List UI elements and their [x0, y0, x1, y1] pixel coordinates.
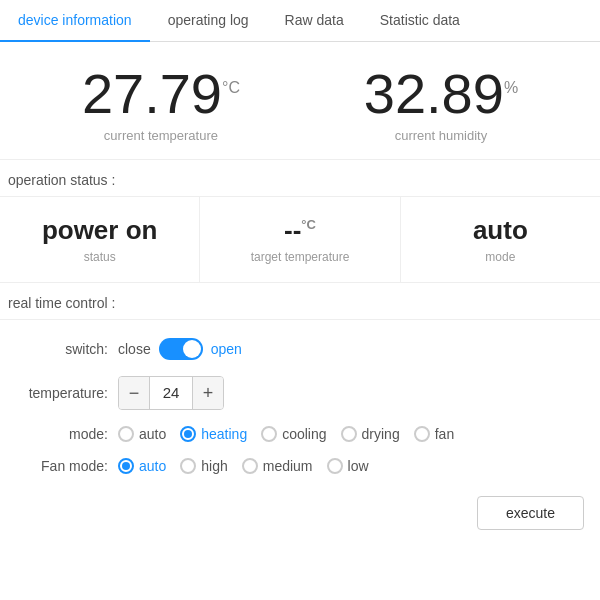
fan-option-high[interactable]: high [180, 458, 227, 474]
humidity-label: current humidity [364, 128, 518, 143]
mode-radio-cooling [261, 426, 277, 442]
toggle-knob [183, 340, 201, 358]
switch-toggle[interactable] [159, 338, 203, 360]
temperature-unit: °C [222, 79, 240, 96]
tab-raw-data[interactable]: Raw data [267, 0, 362, 42]
mode-value: auto [411, 215, 590, 246]
mode-label-cooling: cooling [282, 426, 326, 442]
fan-radio-low [327, 458, 343, 474]
increment-button[interactable]: + [193, 377, 223, 409]
status-cell: power on status [0, 197, 200, 282]
mode-radio-drying [341, 426, 357, 442]
temperature-label: current temperature [82, 128, 240, 143]
fan-label-auto: auto [139, 458, 166, 474]
close-text: close [118, 341, 151, 357]
mode-row-label: mode: [8, 426, 118, 442]
fan-mode-label: Fan mode: [8, 458, 118, 474]
fan-option-auto[interactable]: auto [118, 458, 166, 474]
mode-radio-group: auto heating cooling drying fan [118, 426, 454, 442]
status-label: status [10, 250, 189, 264]
temperature-stepper-value: 24 [149, 377, 193, 409]
status-value: power on [10, 215, 189, 246]
mode-label-auto: auto [139, 426, 166, 442]
target-temp-cell: --°C target temperature [200, 197, 400, 282]
mode-option-cooling[interactable]: cooling [261, 426, 326, 442]
fan-radio-medium [242, 458, 258, 474]
temperature-metric: 27.79°C current temperature [82, 66, 240, 143]
fan-radio-auto [118, 458, 134, 474]
real-time-control-panel: switch: close open temperature: − 24 + m… [0, 320, 600, 482]
mode-option-heating[interactable]: heating [180, 426, 247, 442]
humidity-unit: % [504, 79, 518, 96]
mode-row: mode: auto heating cooling drying fan [8, 418, 592, 450]
operation-status-label: operation status : [0, 160, 600, 197]
temperature-label: temperature: [8, 385, 118, 401]
temperature-value: 27.79°C [82, 66, 240, 122]
humidity-value: 32.89% [364, 66, 518, 122]
target-temp-unit: °C [301, 217, 316, 232]
target-temp-value: --°C [210, 215, 389, 246]
mode-radio-fan [414, 426, 430, 442]
real-time-control-label: real time control : [0, 283, 600, 320]
target-temp-label: target temperature [210, 250, 389, 264]
execute-button[interactable]: execute [477, 496, 584, 530]
execute-row: execute [0, 482, 600, 540]
mode-option-drying[interactable]: drying [341, 426, 400, 442]
tab-bar: device information operating log Raw dat… [0, 0, 600, 42]
open-text: open [211, 341, 242, 357]
fan-mode-radio-group: auto high medium low [118, 458, 369, 474]
switch-row: switch: close open [8, 330, 592, 368]
fan-label-medium: medium [263, 458, 313, 474]
operation-status-row: power on status --°C target temperature … [0, 197, 600, 283]
mode-label-heating: heating [201, 426, 247, 442]
toggle-container: close open [118, 338, 242, 360]
mode-label-fan: fan [435, 426, 454, 442]
fan-mode-row: Fan mode: auto high medium low [8, 450, 592, 482]
temperature-row: temperature: − 24 + [8, 368, 592, 418]
humidity-metric: 32.89% current humidity [364, 66, 518, 143]
tab-statistic-data[interactable]: Statistic data [362, 0, 478, 42]
fan-option-medium[interactable]: medium [242, 458, 313, 474]
fan-label-high: high [201, 458, 227, 474]
mode-option-fan[interactable]: fan [414, 426, 454, 442]
tab-device-information[interactable]: device information [0, 0, 150, 42]
mode-cell: auto mode [401, 197, 600, 282]
metrics-row: 27.79°C current temperature 32.89% curre… [0, 42, 600, 160]
mode-radio-heating [180, 426, 196, 442]
fan-option-low[interactable]: low [327, 458, 369, 474]
mode-label: mode [411, 250, 590, 264]
decrement-button[interactable]: − [119, 377, 149, 409]
fan-radio-high [180, 458, 196, 474]
temperature-stepper: − 24 + [118, 376, 224, 410]
mode-radio-auto [118, 426, 134, 442]
switch-label: switch: [8, 341, 118, 357]
tab-operating-log[interactable]: operating log [150, 0, 267, 42]
mode-label-drying: drying [362, 426, 400, 442]
fan-label-low: low [348, 458, 369, 474]
mode-option-auto[interactable]: auto [118, 426, 166, 442]
